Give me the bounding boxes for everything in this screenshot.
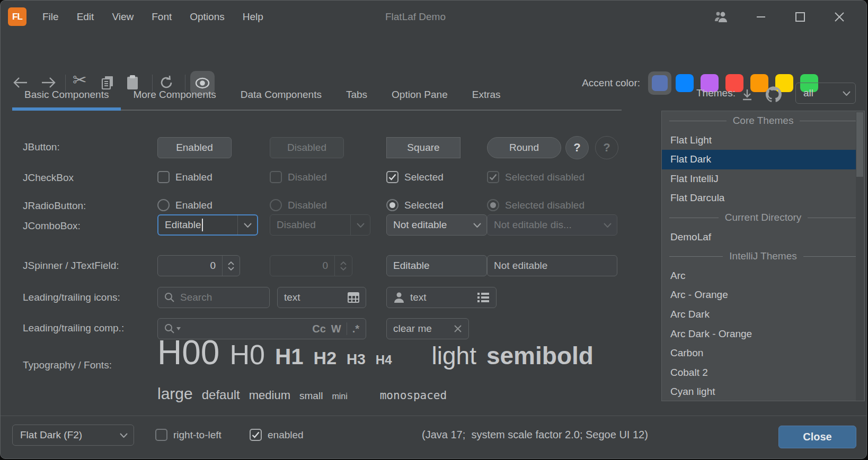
tab-tabs[interactable]: Tabs bbox=[334, 80, 379, 110]
menu-file[interactable]: File bbox=[33, 11, 68, 23]
color-swatch-icon bbox=[652, 75, 668, 91]
combobox-noneditable[interactable]: Not editable bbox=[386, 214, 487, 236]
users-icon[interactable] bbox=[714, 9, 730, 25]
text-field-trailing-table[interactable]: text bbox=[277, 287, 366, 308]
theme-item-carbon[interactable]: Carbon bbox=[662, 344, 864, 363]
status-text: (Java 17; system scale factor 2.0; Segoe… bbox=[422, 429, 648, 441]
search-placeholder: Search bbox=[180, 292, 212, 303]
themes-list-scrollbar[interactable] bbox=[856, 112, 864, 401]
enabled-button[interactable]: Enabled bbox=[157, 137, 232, 158]
search-icon bbox=[164, 292, 175, 303]
spinner[interactable]: 0 bbox=[157, 255, 240, 276]
spinner-arrows-icon[interactable] bbox=[222, 256, 240, 276]
accent-swatch-default-blue[interactable] bbox=[648, 71, 671, 95]
close-button[interactable]: Close bbox=[778, 426, 856, 448]
theme-item-arc---orange[interactable]: Arc - Orange bbox=[662, 285, 864, 305]
radio-disabled: Disabled bbox=[270, 199, 327, 211]
menu-options[interactable]: Options bbox=[181, 11, 233, 23]
theme-item-flat-darcula[interactable]: Flat Darcula bbox=[662, 188, 864, 208]
chevron-down-icon bbox=[350, 215, 370, 235]
monospaced-sample: monospaced bbox=[380, 389, 447, 402]
theme-item-flat-light[interactable]: Flat Light bbox=[662, 131, 864, 150]
tab-more-components[interactable]: More Components bbox=[121, 80, 228, 110]
enabled-checkbox[interactable]: enabled bbox=[250, 429, 304, 441]
theme-group-separator: Current Directory bbox=[662, 208, 864, 228]
chevron-down-icon bbox=[113, 433, 134, 438]
menubar: FileEditViewFontOptionsHelp bbox=[33, 1, 272, 33]
tab-basic-components[interactable]: Basic Components bbox=[12, 80, 121, 110]
round-button[interactable]: Round bbox=[487, 137, 561, 158]
theme-group-separator: IntelliJ Themes bbox=[662, 247, 864, 266]
toolbar: ✂ Accent color: bbox=[1, 33, 866, 68]
theme-item-arc-dark---orange[interactable]: Arc Dark - Orange bbox=[662, 324, 864, 344]
laf-combobox[interactable]: Flat Dark (F2) bbox=[12, 425, 134, 446]
radio-selected-icon bbox=[386, 199, 398, 211]
radio-enabled[interactable]: Enabled bbox=[157, 199, 212, 211]
github-icon[interactable] bbox=[766, 86, 782, 102]
theme-item-flat-intellij[interactable]: Flat IntelliJ bbox=[662, 169, 864, 189]
checkbox-checked-icon bbox=[386, 171, 398, 183]
combobox-disabled: Disabled bbox=[270, 214, 370, 236]
jradiobutton-label: JRadioButton: bbox=[23, 200, 86, 212]
theme-item-demolaf[interactable]: DemoLaf bbox=[662, 228, 864, 247]
checkbox-icon bbox=[157, 171, 170, 183]
rtl-checkbox[interactable]: right-to-left bbox=[155, 429, 222, 441]
spinner-disabled: 0 bbox=[270, 255, 352, 276]
download-icon[interactable] bbox=[740, 88, 754, 102]
chevron-down-icon[interactable] bbox=[237, 215, 257, 234]
clear-icon[interactable] bbox=[454, 324, 462, 333]
search-field[interactable]: Search bbox=[157, 287, 270, 308]
themes-label: Themes: bbox=[696, 87, 736, 99]
jcheckbox-label: JCheckBox bbox=[23, 172, 74, 184]
combobox-editable[interactable]: Editable bbox=[157, 214, 258, 236]
checkbox-disabled: Disabled bbox=[270, 171, 327, 183]
radio-icon bbox=[157, 199, 170, 211]
menu-edit[interactable]: Edit bbox=[68, 11, 103, 23]
theme-group-separator: Core Themes bbox=[662, 111, 864, 131]
list-menu-icon[interactable] bbox=[477, 292, 490, 303]
theme-item-flat-dark[interactable]: Flat Dark bbox=[662, 150, 856, 169]
scrollbar-thumb[interactable] bbox=[856, 112, 863, 177]
tab-extras[interactable]: Extras bbox=[460, 80, 513, 110]
theme-item-arc-dark[interactable]: Arc Dark bbox=[662, 305, 864, 324]
table-icon[interactable] bbox=[348, 292, 359, 303]
radio-selected[interactable]: Selected bbox=[386, 199, 444, 211]
leading-icons-label: Leading/trailing icons: bbox=[23, 292, 120, 303]
jbutton-label: JButton: bbox=[23, 141, 60, 153]
accent-swatch-blue[interactable] bbox=[673, 71, 696, 95]
maximize-button[interactable] bbox=[792, 9, 808, 25]
text-caret bbox=[202, 219, 203, 231]
themes-filter-combobox[interactable]: all bbox=[795, 83, 856, 104]
tab-option-pane[interactable]: Option Pane bbox=[379, 80, 460, 110]
user-icon bbox=[393, 292, 405, 303]
theme-item-arc[interactable]: Arc bbox=[662, 266, 864, 286]
theme-item-cyan-light[interactable]: Cyan light bbox=[662, 382, 864, 401]
typography-headings: H00 H0 H1 H2 H3 H4 light semibold bbox=[157, 333, 594, 372]
tab-data-components[interactable]: Data Components bbox=[228, 80, 334, 110]
semibold-weight-sample: semibold bbox=[486, 341, 594, 370]
menu-font[interactable]: Font bbox=[143, 11, 181, 23]
title-bar: FL FileEditViewFontOptionsHelp FlatLaf D… bbox=[1, 1, 866, 33]
themes-list: Core ThemesFlat LightFlat DarkFlat Intel… bbox=[661, 111, 865, 401]
menu-help[interactable]: Help bbox=[234, 11, 272, 23]
square-button[interactable]: Square bbox=[386, 137, 460, 158]
checkbox-selected[interactable]: Selected bbox=[386, 171, 444, 183]
search-dropdown-icon[interactable] bbox=[164, 323, 181, 334]
textfield-editable[interactable]: Editable bbox=[386, 255, 487, 276]
radio-selected-disabled: Selected disabled bbox=[487, 199, 584, 211]
close-window-button[interactable] bbox=[831, 9, 847, 25]
minimize-button[interactable] bbox=[753, 9, 769, 25]
disabled-button: Disabled bbox=[270, 137, 344, 158]
checkbox-enabled[interactable]: Enabled bbox=[157, 171, 212, 183]
text-field-leading-user[interactable]: text bbox=[386, 287, 497, 308]
size-mini: mini bbox=[332, 392, 347, 401]
menu-view[interactable]: View bbox=[103, 11, 143, 23]
size-default: default bbox=[202, 387, 240, 402]
heading-h3: H3 bbox=[347, 351, 366, 368]
checkbox-checked-icon bbox=[487, 171, 499, 183]
combobox-noneditable-disabled: Not editable dis... bbox=[487, 214, 617, 236]
help-button[interactable]: ? bbox=[565, 136, 589, 159]
spinner-arrows-icon bbox=[334, 256, 352, 276]
theme-item-cobalt-2[interactable]: Cobalt 2 bbox=[662, 363, 864, 383]
checkbox-selected-disabled: Selected disabled bbox=[487, 171, 584, 183]
